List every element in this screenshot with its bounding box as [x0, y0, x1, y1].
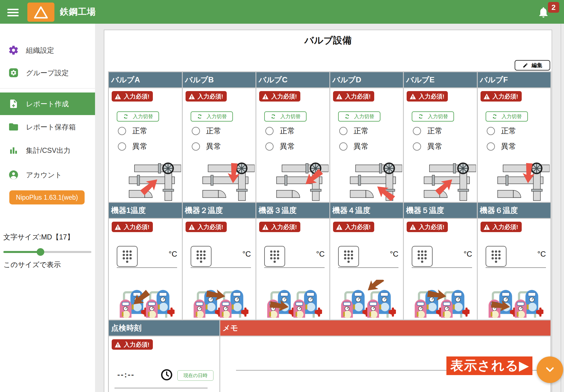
valve-illustration	[127, 162, 181, 202]
valve-cell: 入力必須! 入力切替 正常 異常	[330, 88, 403, 202]
valve-wheel	[532, 163, 542, 173]
report-tables: バルブA 入力必須! 入力切替 正常 異常	[108, 71, 551, 392]
sidebar-item-report-storage[interactable]: レポート保存箱	[0, 118, 95, 136]
valve-wheel	[458, 163, 468, 173]
radio-abnormal-label: 異常	[354, 141, 369, 151]
celsius-unit: °C	[537, 250, 546, 259]
radio-abnormal[interactable]: 異常	[413, 141, 442, 151]
blue-machine	[352, 290, 364, 314]
equipment-column: 機器1温度 入力必須! °C	[109, 203, 182, 320]
sidebar-item-label: 集計/CSV出力	[26, 146, 70, 155]
pink-machine-2	[441, 299, 453, 318]
menu-icon[interactable]	[7, 9, 19, 17]
required-badge: 入力必須!	[333, 222, 374, 232]
radio-abnormal[interactable]: 異常	[265, 141, 295, 151]
radio-normal[interactable]: 正常	[265, 126, 295, 136]
triangle-icon	[34, 5, 48, 19]
current-datetime-button[interactable]: 現在の日時	[177, 370, 213, 381]
valve-header: バルブD	[330, 72, 403, 87]
radio-circle[interactable]	[339, 127, 347, 135]
warning-icon	[114, 224, 121, 230]
dialpad-icon	[416, 249, 428, 263]
radio-normal[interactable]: 正常	[339, 126, 369, 136]
warning-icon	[336, 224, 343, 230]
blue-machine-2	[230, 290, 243, 314]
warning-icon	[409, 93, 416, 100]
dialpad-icon	[121, 249, 133, 263]
required-badge: 入力必須!	[481, 91, 522, 102]
required-badge-label: 入力必須!	[493, 223, 518, 231]
sidebar-item-group-settings[interactable]: グループ設定	[0, 64, 95, 82]
blue-machine-2	[304, 290, 317, 314]
sidebar-item-organization-settings[interactable]: 組織設定	[0, 41, 95, 59]
radio-normal[interactable]: 正常	[413, 126, 442, 136]
valve-wheel	[237, 163, 247, 173]
input-toggle-button[interactable]: 入力切替	[191, 111, 233, 122]
radio-abnormal[interactable]: 異常	[118, 141, 147, 151]
radio-abnormal-label: 異常	[280, 141, 295, 151]
radio-circle[interactable]	[265, 127, 274, 135]
radio-normal[interactable]: 正常	[118, 126, 147, 136]
radio-normal-label: 正常	[427, 126, 442, 136]
required-badge: 入力必須!	[333, 91, 374, 102]
numeric-keypad-input[interactable]	[264, 246, 285, 267]
sidebar-item-account[interactable]: アカウント	[0, 166, 95, 184]
numeric-keypad-input[interactable]	[191, 246, 211, 267]
memo-column: メモ	[220, 320, 550, 392]
pink-machine	[193, 299, 205, 318]
warning-icon	[483, 224, 490, 230]
temperature-input-line	[117, 267, 177, 268]
inspection-header: 点検時刻	[109, 320, 219, 336]
radio-normal[interactable]: 正常	[192, 126, 221, 136]
sidebar-item-label: グループ設定	[26, 68, 69, 78]
radio-circle[interactable]	[118, 142, 126, 151]
input-toggle-button[interactable]: 入力切替	[486, 111, 528, 122]
radio-circle[interactable]	[192, 142, 200, 151]
radio-normal[interactable]: 正常	[487, 126, 516, 136]
font-size-slider[interactable]	[3, 248, 91, 256]
version-button[interactable]: NipoPlus 1.63.1(web)	[9, 190, 85, 204]
radio-abnormal[interactable]: 異常	[487, 141, 516, 151]
warning-icon	[114, 93, 121, 100]
valve-column: バルブC 入力必須! 入力切替 正常 異常	[256, 72, 329, 202]
pink-machine-2	[146, 299, 158, 318]
scrollbar-track[interactable]	[561, 24, 561, 392]
radio-circle[interactable]	[118, 127, 126, 135]
radio-circle[interactable]	[413, 127, 421, 135]
numeric-keypad-input[interactable]	[338, 246, 359, 267]
numeric-keypad-input[interactable]	[412, 246, 433, 267]
edit-button[interactable]: 編集	[515, 60, 550, 71]
equipment-illustration	[337, 280, 396, 321]
radio-circle[interactable]	[487, 142, 495, 151]
valve-column: バルブF 入力必須! 入力切替 正常 異常	[478, 72, 551, 202]
valve-illustration	[201, 162, 255, 202]
input-toggle-button[interactable]: 入力切替	[117, 111, 159, 122]
input-toggle-button[interactable]: 入力切替	[264, 111, 307, 122]
time-input[interactable]: --:--	[117, 370, 135, 379]
slider-thumb[interactable]	[37, 248, 44, 256]
temperature-input-line	[486, 267, 546, 268]
celsius-unit: °C	[464, 250, 472, 259]
sidebar-item-csv-export[interactable]: 集計/CSV出力	[0, 141, 95, 159]
radio-circle[interactable]	[265, 142, 274, 151]
sidebar-item-label: 組織設定	[26, 46, 54, 55]
scroll-down-fab[interactable]	[537, 356, 563, 383]
radio-circle[interactable]	[339, 142, 347, 151]
sidebar-item-report-create[interactable]: レポート作成	[0, 93, 95, 115]
radio-circle[interactable]	[487, 127, 495, 135]
sidebar-divider	[0, 88, 95, 89]
required-badge-label: 入力必須!	[271, 93, 297, 100]
numeric-keypad-input[interactable]	[486, 246, 506, 267]
radio-abnormal[interactable]: 異常	[339, 141, 369, 151]
numeric-keypad-input[interactable]	[117, 246, 138, 267]
radio-abnormal[interactable]: 異常	[192, 141, 221, 151]
radio-circle[interactable]	[192, 127, 200, 135]
input-toggle-button[interactable]: 入力切替	[412, 111, 454, 122]
radio-circle[interactable]	[413, 142, 421, 151]
bar-chart-icon	[8, 145, 19, 155]
input-toggle-button[interactable]: 入力切替	[338, 111, 380, 122]
blue-machine-2	[451, 290, 464, 314]
pink-machine	[120, 299, 132, 318]
slider-fill	[3, 251, 40, 253]
celsius-unit: °C	[243, 250, 251, 259]
